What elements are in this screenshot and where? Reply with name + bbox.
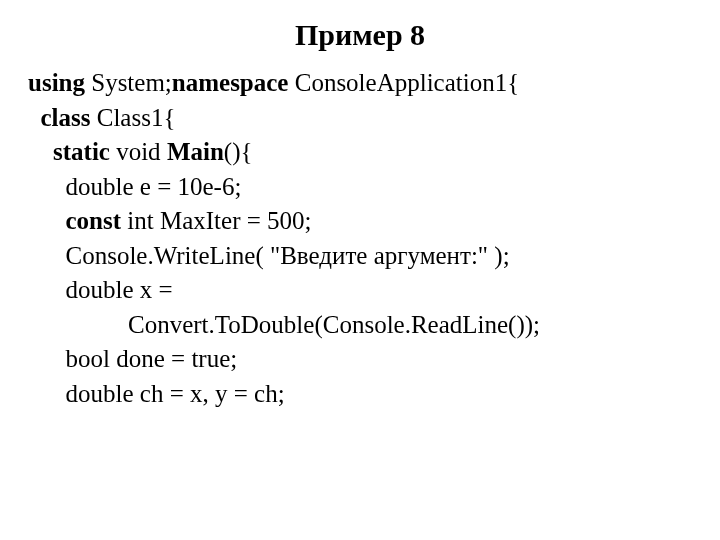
code-line-1: using System;namespace ConsoleApplicatio… [28, 69, 519, 96]
code-line-3: static void Main(){ [53, 138, 252, 165]
text: ConsoleApplication1{ [288, 69, 519, 96]
text: void [110, 138, 167, 165]
code-line-5: const int MaxIter = 500; [66, 207, 312, 234]
slide-title: Пример 8 [28, 18, 692, 52]
code-line-7: double x = [66, 276, 173, 303]
code-line-6: Console.WriteLine( "Введите аргумент:" )… [66, 242, 510, 269]
text: Class1{ [91, 104, 176, 131]
text: (){ [224, 138, 253, 165]
text: int MaxIter = 500; [121, 207, 311, 234]
text: System; [85, 69, 172, 96]
code-line-10: double ch = x, y = ch; [66, 380, 285, 407]
code-block: using System;namespace ConsoleApplicatio… [28, 66, 692, 411]
keyword-class: class [41, 104, 91, 131]
keyword-static: static [53, 138, 110, 165]
code-line-8: Convert.ToDouble(Console.ReadLine()); [128, 311, 540, 338]
code-line-4: double e = 10e-6; [66, 173, 242, 200]
keyword-using: using [28, 69, 85, 96]
code-line-9: bool done = true; [66, 345, 238, 372]
keyword-const: const [66, 207, 122, 234]
keyword-namespace: namespace [172, 69, 289, 96]
keyword-main: Main [167, 138, 224, 165]
code-line-2: class Class1{ [41, 104, 176, 131]
slide: Пример 8 using System;namespace ConsoleA… [0, 0, 720, 429]
